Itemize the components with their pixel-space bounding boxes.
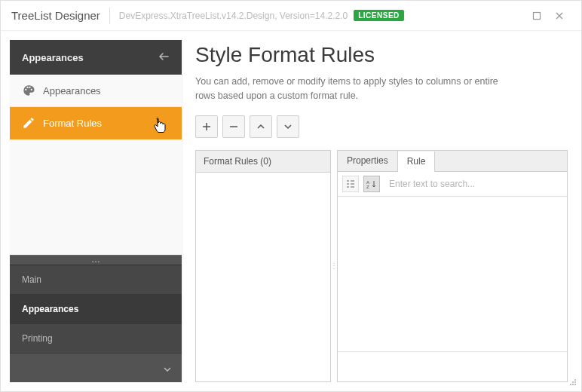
svg-point-7: [570, 384, 571, 385]
sidebar-item-appearances[interactable]: Appearances: [10, 75, 182, 107]
palette-icon: [22, 84, 35, 97]
edit-icon: [22, 116, 35, 130]
toolbar: [195, 115, 568, 138]
plus-icon: [202, 122, 211, 131]
alphabetical-button[interactable]: AZ: [363, 176, 380, 192]
sidebar-category-main[interactable]: Main: [10, 265, 182, 295]
svg-point-9: [574, 379, 576, 381]
properties-panel: Properties Rule AZ: [337, 150, 568, 383]
property-search-input[interactable]: [384, 176, 562, 192]
sidebar-header-label: Appearances: [22, 52, 84, 63]
maximize-icon: [532, 11, 541, 20]
format-rules-list: Format Rules (0): [195, 150, 331, 383]
app-title: TreeList Designer: [11, 9, 100, 22]
move-down-button[interactable]: [277, 115, 299, 138]
title-divider: [109, 8, 110, 24]
sidebar-item-label: Appearances: [43, 85, 101, 96]
minus-icon: [229, 122, 238, 131]
chevron-down-icon: [283, 124, 293, 130]
splitter[interactable]: ⋮: [331, 150, 337, 383]
property-grid[interactable]: [338, 197, 567, 352]
assembly-info: DevExpress.XtraTreeList.v14.2.Design, Ve…: [119, 11, 348, 21]
chevron-down-icon: [164, 367, 171, 372]
svg-point-8: [572, 381, 574, 383]
sidebar-category-printing[interactable]: Printing: [10, 324, 182, 354]
tab-properties[interactable]: Properties: [338, 151, 398, 171]
sidebar-category-label: Printing: [22, 333, 53, 344]
sidebar-item-format-rules[interactable]: Format Rules: [10, 107, 182, 139]
categorized-button[interactable]: [342, 176, 359, 192]
format-rules-body[interactable]: [196, 173, 330, 382]
main-panel: Style Format Rules You can add, remove o…: [192, 40, 572, 382]
tabs: Properties Rule: [338, 151, 567, 172]
format-rules-header: Format Rules (0): [196, 151, 330, 173]
license-badge: LICENSED: [354, 10, 404, 21]
close-icon: [555, 11, 564, 20]
back-icon[interactable]: [158, 51, 170, 64]
resize-grip[interactable]: [568, 377, 577, 388]
page-title: Style Format Rules: [195, 43, 568, 67]
title-bar: TreeList Designer DevExpress.XtraTreeLis…: [1, 1, 581, 31]
property-description: [338, 351, 567, 381]
categorize-icon: [346, 179, 355, 188]
remove-button[interactable]: [222, 115, 245, 138]
page-description: You can add, remove or modify items to a…: [195, 75, 519, 103]
maximize-button[interactable]: [525, 5, 548, 27]
tab-rule[interactable]: Rule: [398, 152, 436, 172]
chevron-up-icon: [256, 124, 265, 130]
sidebar-category-appearances[interactable]: Appearances: [10, 295, 182, 324]
sort-az-icon: AZ: [366, 179, 377, 188]
sidebar: Appearances Appearances Format Rules … M…: [10, 40, 182, 382]
sidebar-category-label: Main: [22, 274, 41, 285]
svg-point-5: [572, 384, 574, 385]
sidebar-collapser[interactable]: …: [10, 255, 182, 265]
svg-point-6: [574, 381, 576, 383]
move-up-button[interactable]: [250, 115, 272, 138]
svg-point-4: [574, 384, 576, 385]
add-button[interactable]: [195, 115, 218, 138]
sidebar-item-label: Format Rules: [43, 118, 102, 129]
svg-rect-0: [534, 12, 541, 19]
sidebar-header: Appearances: [10, 40, 182, 75]
sidebar-category-label: Appearances: [22, 304, 78, 314]
svg-text:Z: Z: [366, 185, 369, 188]
close-button[interactable]: [548, 5, 571, 27]
sidebar-expand-button[interactable]: [10, 354, 182, 382]
